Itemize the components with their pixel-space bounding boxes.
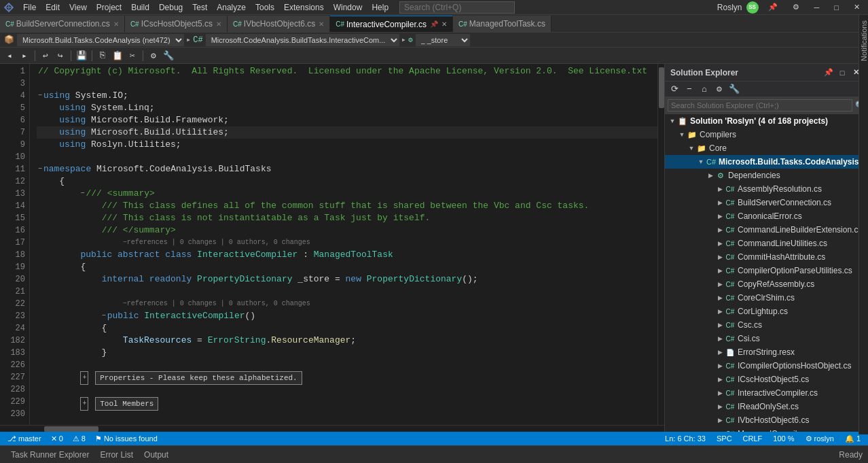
tab-ivbc[interactable]: C# IVbcHostObject6.cs ✕ (228, 16, 330, 32)
menu-extensions[interactable]: Extensions (280, 1, 328, 14)
se-file-build[interactable]: ▶ C# BuildServerConnection.cs (665, 196, 868, 209)
se-file-ivbc[interactable]: ▶ C# IVbcHostObject6.cs (665, 413, 868, 427)
properties-box[interactable]: Properties - Please keep these alphabeti… (95, 371, 302, 385)
toolbar-copy[interactable]: ⎘ (96, 50, 109, 62)
status-encoding[interactable]: SPC (715, 434, 734, 443)
status-errors[interactable]: ✕ 0 (49, 434, 65, 443)
tab-taskrunner[interactable]: Task Runner Explorer (5, 448, 94, 462)
toolbar-settings[interactable]: ⚙ (147, 50, 160, 62)
global-search[interactable] (399, 1, 515, 14)
se-file-managedcomp[interactable]: ▶ C# ManagedCompiler.cs (665, 427, 868, 432)
menu-view[interactable]: View (65, 1, 91, 14)
se-file-coreclr[interactable]: ▶ C# CoreClrShim.cs (665, 291, 868, 305)
window-pinned[interactable]: 📌 (763, 1, 783, 13)
menu-window[interactable]: Window (329, 1, 367, 14)
menu-debug[interactable]: Debug (155, 1, 187, 14)
editor-scrollbar[interactable] (657, 64, 664, 425)
se-btn-sync[interactable]: ⟳ (668, 83, 681, 95)
toolbar-back[interactable]: ◂ (3, 50, 16, 62)
tab-errorlist[interactable]: Error List (94, 448, 139, 462)
notifications-panel[interactable]: Notifications (858, 15, 868, 434)
window-minimize[interactable]: ─ (809, 2, 825, 13)
toolbar-paste[interactable]: 📋 (111, 50, 124, 62)
se-file-ireadonly[interactable]: ▶ C# IReadOnlySet.cs (665, 400, 868, 413)
menu-project[interactable]: Project (92, 1, 126, 14)
editor-scroll-thumb[interactable] (659, 67, 664, 108)
se-file-icsc[interactable]: ▶ C# ICscHostObject5.cs (665, 373, 868, 386)
toolbar-save[interactable]: 💾 (75, 50, 88, 62)
menu-tools[interactable]: Tools (251, 1, 278, 14)
se-file-commit[interactable]: ▶ C# CommitHashAttribute.cs (665, 250, 868, 264)
status-eol[interactable]: CRLF (741, 434, 765, 443)
tab-close-buildsrv[interactable]: ✕ (113, 20, 119, 28)
se-compilers[interactable]: ▼ 📁 Compilers (665, 128, 868, 141)
status-roslyn[interactable]: ⚙ roslyn (803, 434, 836, 443)
tab-close-interactive[interactable]: ✕ (441, 20, 447, 28)
user-avatar[interactable]: SS (746, 1, 759, 14)
se-search-input[interactable] (668, 99, 852, 112)
path-sep-1: ▸ (184, 35, 193, 45)
se-file-cmdbuilder[interactable]: ▶ C# CommandLineBuilderExtension.cs (665, 223, 868, 237)
se-file-icompopt[interactable]: ▶ C# ICompilerOptionsHostObject.cs (665, 359, 868, 373)
se-btn-gear[interactable]: 🔧 (727, 83, 741, 95)
se-btn-home[interactable]: ⌂ (698, 83, 711, 95)
status-notification[interactable]: 🔔 1 (843, 434, 863, 443)
editor-hscroll[interactable] (0, 425, 664, 432)
toolbar-build[interactable]: 🔧 (162, 50, 175, 62)
code-line-23 (37, 359, 657, 371)
menu-build[interactable]: Build (127, 1, 153, 14)
se-project[interactable]: ▼ C# Microsoft.Build.Tasks.CodeAnalysis (665, 155, 868, 169)
window-close[interactable]: ✕ (848, 1, 865, 13)
tab-interactive[interactable]: C# InteractiveCompiler.cs 📌 ✕ (330, 16, 453, 32)
se-file-copyref[interactable]: ▶ C# CopyRefAssembly.cs (665, 277, 868, 291)
store-selector[interactable]: _ _store (416, 34, 470, 46)
toolmembers-box[interactable]: Tool Members (95, 397, 158, 411)
se-file-corlightup[interactable]: ▶ C# CorLightup.cs (665, 305, 868, 318)
code-line-22: } (37, 347, 657, 359)
tab-buildsrv[interactable]: C# BuildServerConnection.cs ✕ (0, 16, 125, 32)
se-solution[interactable]: ▼ 📋 Solution 'Roslyn' (4 of 168 projects… (665, 114, 868, 128)
se-file-cmdutils[interactable]: ▶ C# CommandLineUtilities.cs (665, 237, 868, 250)
editor-hscroll-thumb[interactable] (44, 426, 98, 432)
tab-close-ivbc[interactable]: ✕ (319, 20, 324, 28)
class-selector[interactable]: Microsoft.CodeAnalysis.BuildTasks.Intera… (206, 34, 399, 46)
tab-output[interactable]: Output (139, 448, 174, 462)
toolbar-redo[interactable]: ↪ (54, 50, 67, 62)
se-core[interactable]: ▼ 📁 Core (665, 141, 868, 155)
status-position[interactable]: Ln: 6 Ch: 33 (663, 434, 708, 443)
se-maximize[interactable]: □ (835, 67, 849, 79)
git-branch-label: master (18, 434, 41, 443)
se-file-interactive[interactable]: ▶ C# InteractiveCompiler.cs (665, 386, 868, 400)
status-issues[interactable]: ⚑ No issues found (93, 434, 160, 443)
se-btn-settings[interactable]: ⚙ (712, 83, 726, 95)
menu-file[interactable]: File (19, 1, 40, 14)
menu-edit[interactable]: Edit (41, 1, 64, 14)
namespace-selector[interactable]: Microsoft.Build.Tasks.CodeAnalysis (net4… (17, 34, 184, 46)
se-file-canonical[interactable]: ▶ C# CanonicalError.cs (665, 209, 868, 223)
toolbar-fwd[interactable]: ▸ (18, 50, 31, 62)
tab-icsc[interactable]: C# ICscHostObject5.cs ✕ (125, 16, 228, 32)
se-file-csc[interactable]: ▶ C# Csc.cs (665, 318, 868, 332)
status-warnings[interactable]: ⚠ 8 (71, 434, 88, 443)
se-btn-collapse[interactable]: − (683, 83, 696, 95)
toolbar-cut[interactable]: ✂ (126, 50, 139, 62)
se-file-compileropt[interactable]: ▶ C# CompilerOptionParseUtilities.cs (665, 264, 868, 277)
menu-help[interactable]: Help (367, 1, 393, 14)
status-git-branch[interactable]: ⎇ master (5, 434, 43, 443)
window-settings[interactable]: ⚙ (787, 1, 805, 13)
code-area[interactable]: // Copyright (c) Microsoft. All Rights R… (30, 64, 657, 425)
window-maximize[interactable]: □ (829, 2, 844, 13)
tab-close-icsc[interactable]: ✕ (216, 20, 221, 28)
status-zoom[interactable]: 100 % (771, 434, 796, 443)
se-pin[interactable]: 📌 (822, 67, 835, 79)
tab-pin-interactive[interactable]: 📌 (430, 20, 438, 28)
se-file-csi[interactable]: ▶ C# Csi.cs (665, 332, 868, 345)
toolbar-undo[interactable]: ↩ (39, 50, 52, 62)
se-dependencies[interactable]: ▶ ⚙ Dependencies (665, 169, 868, 182)
se-file-errorstr[interactable]: ▶ 📄 ErrorString.resx (665, 345, 868, 359)
tab-managed[interactable]: C# ManagedToolTask.cs (453, 16, 551, 32)
menu-analyze[interactable]: Analyze (213, 1, 250, 14)
se-label-assembly: AssemblyResolution.cs (738, 184, 822, 194)
menu-test[interactable]: Test (188, 1, 211, 14)
se-file-assembly[interactable]: ▶ C# AssemblyResolution.cs (665, 182, 868, 196)
